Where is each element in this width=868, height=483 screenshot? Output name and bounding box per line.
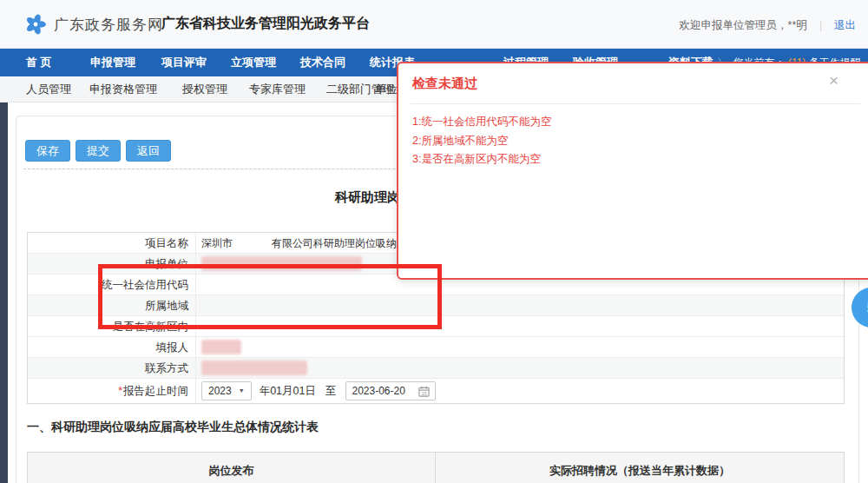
- field-label: 统一社会信用代码: [28, 275, 196, 294]
- required-star: *: [118, 385, 122, 397]
- field-label: 联系方式: [28, 358, 196, 378]
- welcome-text: 欢迎申报单位管理员，**明: [680, 19, 807, 31]
- end-date-input[interactable]: 2023-06-20 15: [345, 381, 436, 400]
- submit-button[interactable]: 提交: [76, 140, 121, 162]
- back-button[interactable]: 返回: [126, 140, 171, 162]
- check-failed-popup: 检查未通过 × 1:统一社会信用代码不能为空 2:所属地域不能为空 3:是否在高…: [397, 62, 868, 280]
- left-edge-strip: [0, 49, 8, 483]
- header-divider: ｜: [149, 15, 162, 31]
- form-row-filler: 填报人: [28, 337, 844, 358]
- site-name: 广东政务服务网: [54, 15, 163, 35]
- end-date-value: 2023-06-20: [352, 380, 404, 401]
- project-name-prefix: 深圳市: [201, 233, 233, 253]
- subnav-personnel-mgmt[interactable]: 人员管理: [26, 76, 71, 103]
- subnav-declare-qualification-mgmt[interactable]: 申报资格管理: [89, 76, 157, 103]
- field-label: 填报人: [28, 337, 196, 357]
- field-value: [196, 337, 844, 357]
- to-label: 至: [326, 380, 337, 401]
- subnav-expert-db-mgmt[interactable]: 专家库管理: [249, 76, 306, 103]
- calendar-icon[interactable]: 15: [418, 386, 430, 397]
- section-heading: 一、科研助理岗位吸纳应届高校毕业生总体情况统计表: [27, 420, 319, 435]
- tab-home[interactable]: 首 页: [26, 49, 52, 76]
- field-label: 是否在高新区内: [28, 316, 196, 336]
- start-date-text: 年01月01日: [260, 380, 316, 401]
- redaction-blur: [201, 340, 241, 354]
- field-value-empty: [196, 295, 844, 315]
- field-value-empty: [196, 316, 844, 336]
- form-row-region: 所属地域: [28, 295, 844, 316]
- tab-project-review[interactable]: 项目评审: [161, 49, 207, 76]
- subnav-authorization-mgmt[interactable]: 授权管理: [182, 76, 227, 103]
- gdzwfw-flower-logo-icon: [24, 13, 47, 36]
- tab-project-approval[interactable]: 立项管理: [231, 49, 276, 76]
- redaction-blur: [201, 361, 307, 375]
- tab-declaration-mgmt[interactable]: 申报管理: [90, 49, 135, 76]
- field-label: 项目名称: [28, 233, 196, 253]
- start-year-value: 2023: [208, 380, 232, 401]
- field-label: 申报单位: [28, 254, 196, 274]
- col-header-position-release: 岗位发布: [28, 453, 436, 483]
- col-header-actual-recruitment: 实际招聘情况（报送当年累计数据）: [436, 453, 844, 483]
- page-title: 科研助理岗: [335, 189, 400, 206]
- logout-link[interactable]: 退出: [834, 19, 856, 31]
- form-row-contact: 联系方式: [28, 358, 844, 379]
- welcome-separator: ｜: [815, 19, 825, 31]
- svg-text:15: 15: [422, 390, 427, 395]
- form-row-report-period: *报告起止时间 2023 ▼ 年01月01日 至 2023-06-20: [28, 379, 844, 403]
- field-value: 2023 ▼ 年01月01日 至 2023-06-20 15: [196, 379, 844, 403]
- popup-error-list: 1:统一社会信用代码不能为空 2:所属地域不能为空 3:是否在高新区内不能为空: [412, 113, 551, 169]
- field-value: [196, 358, 844, 378]
- subnav-unit[interactable]: 单位: [375, 76, 398, 103]
- error-item-hightech-zone: 3:是否在高新区内不能为空: [412, 150, 551, 169]
- platform-title: 广东省科技业务管理阳光政务平台: [161, 15, 370, 33]
- tab-tech-contract[interactable]: 技术合同: [300, 49, 345, 76]
- field-label-text: 报告起止时间: [123, 385, 188, 397]
- error-item-credit-code: 1:统一社会信用代码不能为空: [412, 113, 551, 132]
- field-label: 所属地域: [28, 295, 196, 315]
- app-screen: 广东政务服务网 ｜ 广东省科技业务管理阳光政务平台 欢迎申报单位管理员，**明 …: [0, 0, 868, 483]
- chevron-down-icon: ▼: [239, 380, 245, 401]
- field-label: *报告起止时间: [28, 379, 196, 403]
- error-item-region: 2:所属地域不能为空: [412, 132, 551, 151]
- start-year-select[interactable]: 2023 ▼: [201, 381, 252, 400]
- close-icon[interactable]: ×: [829, 72, 838, 89]
- redaction-blank: [233, 237, 272, 249]
- form-row-hightech-zone: 是否在高新区内: [28, 316, 844, 337]
- site-header: 广东政务服务网 ｜ 广东省科技业务管理阳光政务平台 欢迎申报单位管理员，**明 …: [0, 0, 868, 49]
- redaction-blur: [201, 256, 362, 271]
- save-button[interactable]: 保存: [25, 140, 70, 162]
- welcome-area: 欢迎申报单位管理员，**明 ｜ 退出: [680, 18, 856, 33]
- popup-title: 检查未通过: [412, 76, 477, 92]
- popup-divider: [411, 103, 860, 104]
- stats-table-header: 岗位发布 实际招聘情况（报送当年累计数据）: [27, 452, 845, 483]
